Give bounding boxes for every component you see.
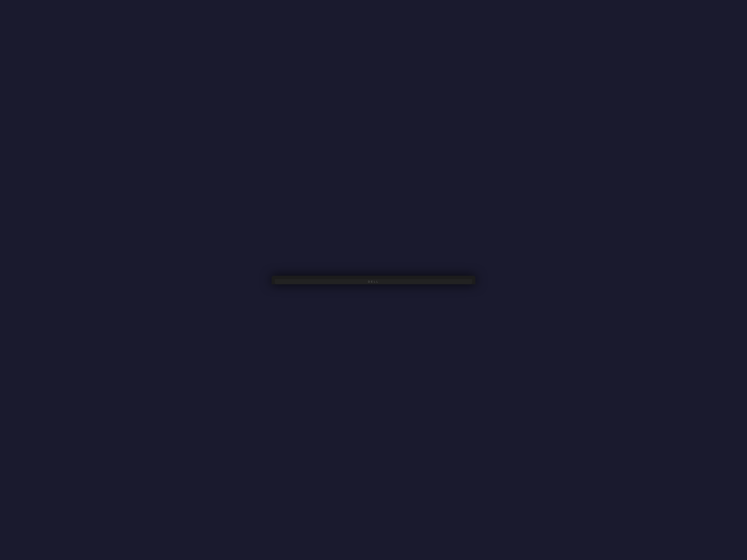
- dell-logo: DELL: [368, 280, 379, 283]
- laptop-frame: Zarządzanie komputerem Akcja Widok Pomoc…: [272, 276, 475, 284]
